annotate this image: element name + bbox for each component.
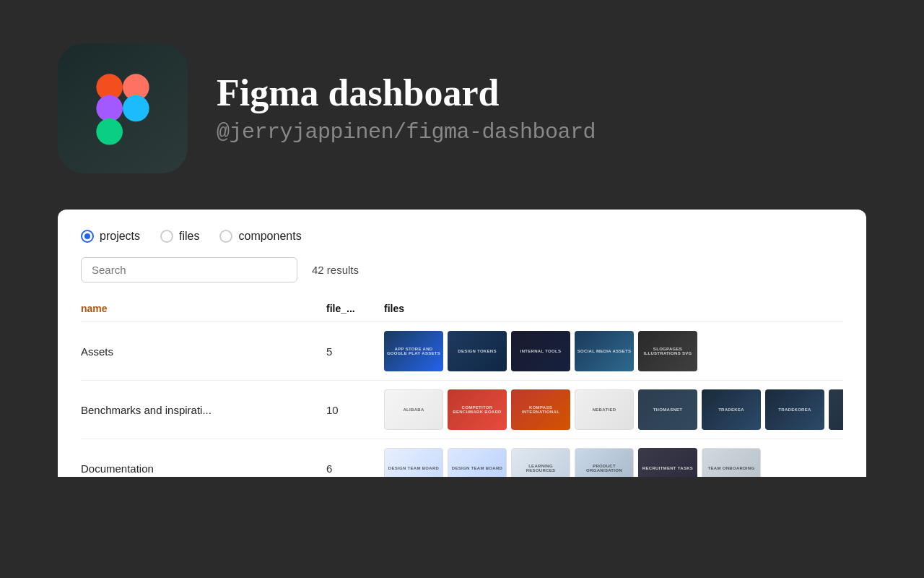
filter-tabs: projects files components bbox=[81, 230, 843, 243]
thumbnail[interactable]: THOMASNET bbox=[638, 389, 697, 430]
filter-projects-label: projects bbox=[100, 230, 140, 243]
thumbnail[interactable]: DESIGN TEAM BOARD bbox=[384, 448, 443, 477]
thumbnail[interactable]: TRADEKOREA bbox=[765, 389, 824, 430]
thumbnail[interactable]: NEBATIED bbox=[575, 389, 634, 430]
results-count: 42 results bbox=[312, 264, 359, 276]
thumbnail[interactable]: KOMPASS INTERNATIONAL bbox=[511, 389, 570, 430]
search-input[interactable] bbox=[81, 257, 297, 282]
hero-section: Figma dashboard @jerryjappinen/figma-das… bbox=[0, 0, 924, 210]
row-count-benchmarks: 10 bbox=[326, 404, 384, 416]
table-row[interactable]: Documentation 6 DESIGN TEAM BOARD DESIGN… bbox=[81, 439, 843, 477]
svg-rect-2 bbox=[96, 95, 123, 122]
row-name-documentation: Documentation bbox=[81, 462, 326, 475]
filter-files-label: files bbox=[179, 230, 199, 243]
thumbnail[interactable]: LEARNING RESOURCES bbox=[511, 448, 570, 477]
thumbnail[interactable]: TRADEKEA bbox=[702, 389, 761, 430]
col-header-file-count: file_... bbox=[326, 303, 384, 314]
thumbnail[interactable]: TEAM ONBOARDING bbox=[702, 448, 761, 477]
app-icon bbox=[58, 43, 188, 173]
file-thumbnails-documentation: DESIGN TEAM BOARD DESIGN TEAM BOARD LEAR… bbox=[384, 448, 843, 477]
thumbnail[interactable]: RECRUITMENT TASKS bbox=[638, 448, 697, 477]
radio-files[interactable] bbox=[160, 230, 173, 243]
svg-point-3 bbox=[123, 95, 149, 122]
filter-tab-projects[interactable]: projects bbox=[81, 230, 140, 243]
thumbnail[interactable]: COMPETITOR BENCHMARK BOARD bbox=[448, 389, 507, 430]
thumbnail[interactable]: DESIGN TEAM BOARD bbox=[448, 448, 507, 477]
svg-rect-4 bbox=[96, 118, 123, 145]
thumbnail[interactable]: PRODUCT ORGANISATION bbox=[575, 448, 634, 477]
row-name-benchmarks: Benchmarks and inspirati... bbox=[81, 404, 326, 416]
main-panel: projects files components 42 results nam… bbox=[58, 210, 866, 477]
thumbnail[interactable]: APP STORE AND GOOGLE PLAY ASSETS bbox=[384, 331, 443, 371]
page-title: Figma dashboard bbox=[217, 72, 596, 113]
thumbnail[interactable]: ALIBABA bbox=[384, 389, 443, 430]
filter-components-label: components bbox=[238, 230, 301, 243]
radio-components[interactable] bbox=[219, 230, 232, 243]
col-header-name: name bbox=[81, 303, 326, 314]
col-header-files: files bbox=[384, 303, 843, 314]
thumbnail[interactable]: INTERNAL TOOLS bbox=[511, 331, 570, 371]
row-count-assets: 5 bbox=[326, 345, 384, 358]
radio-projects[interactable] bbox=[81, 230, 94, 243]
thumbnail[interactable]: SOCIAL MEDIA ASSETS bbox=[575, 331, 634, 371]
filter-tab-components[interactable]: components bbox=[219, 230, 301, 243]
hero-text: Figma dashboard @jerryjappinen/figma-das… bbox=[217, 72, 596, 144]
file-thumbnails-assets: APP STORE AND GOOGLE PLAY ASSETS DESIGN … bbox=[384, 331, 843, 371]
table-row[interactable]: Assets 5 APP STORE AND GOOGLE PLAY ASSET… bbox=[81, 322, 843, 381]
file-thumbnails-benchmarks: ALIBABA COMPETITOR BENCHMARK BOARD KOMPA… bbox=[384, 389, 843, 430]
thumbnail[interactable] bbox=[829, 389, 843, 430]
thumbnail[interactable]: SLOGPAGES ILLUSTRATIONS SVG bbox=[638, 331, 697, 371]
filter-tab-files[interactable]: files bbox=[160, 230, 199, 243]
thumbnail[interactable]: DESIGN TOKENS bbox=[448, 331, 507, 371]
table-header: name file_... files bbox=[81, 298, 843, 322]
search-row: 42 results bbox=[81, 257, 843, 282]
table-row[interactable]: Benchmarks and inspirati... 10 ALIBABA C… bbox=[81, 381, 843, 439]
row-count-documentation: 6 bbox=[326, 462, 384, 475]
row-name-assets: Assets bbox=[81, 345, 326, 358]
page-subtitle: @jerryjappinen/figma-dashboard bbox=[217, 120, 596, 144]
